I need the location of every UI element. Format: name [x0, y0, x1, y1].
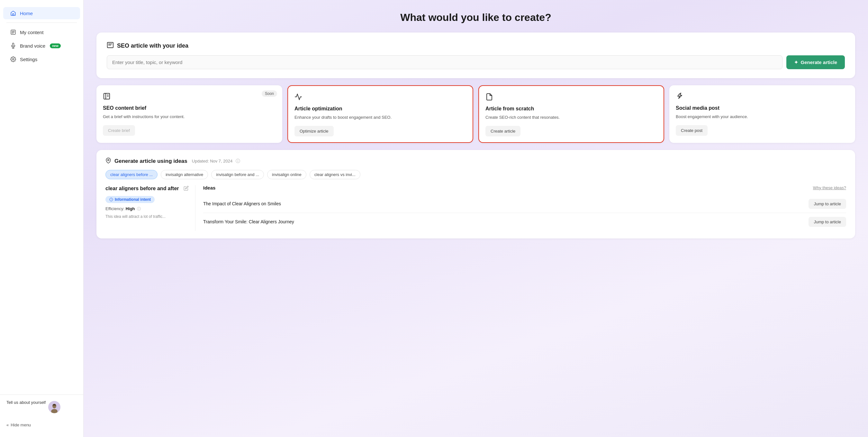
- seo-keyword-input[interactable]: [107, 55, 782, 69]
- main-content: What would you like to create? SEO artic…: [84, 0, 868, 437]
- sidebar-footer: Tell us about yourself 🤝: [0, 395, 83, 419]
- article-meta: Informational intent: [105, 196, 189, 203]
- hide-menu-label: Hide menu: [10, 423, 31, 427]
- why-ideas-link[interactable]: Why these ideas?: [813, 185, 846, 190]
- tag-1[interactable]: invisalign alternative: [161, 170, 208, 179]
- tag-2[interactable]: invisalign before and ...: [211, 170, 264, 179]
- ideas-list-col: Ideas Why these ideas? The Impact of Cle…: [195, 185, 846, 231]
- page-title: What would you like to create?: [96, 11, 855, 24]
- ideas-title: Generate article using ideas: [115, 158, 187, 165]
- svg-rect-15: [104, 93, 110, 99]
- article-desc: This idea will attract a lot of traffic.…: [105, 214, 189, 220]
- sidebar-item-brand-voice[interactable]: Brand voice new: [3, 39, 80, 52]
- feature-cards-row: Soon SEO content brief Get a brief with …: [96, 85, 855, 143]
- article-scratch-icon: [486, 93, 657, 103]
- idea-row-0: The Impact of Clear Aligners on Smiles J…: [203, 195, 846, 213]
- settings-icon: [10, 56, 17, 62]
- generate-article-button[interactable]: ✦ Generate article: [786, 55, 845, 69]
- avatar: [48, 401, 60, 413]
- sidebar-item-my-content[interactable]: My content: [3, 26, 80, 38]
- my-content-icon: [10, 29, 17, 35]
- sidebar-item-settings-label: Settings: [20, 57, 37, 62]
- efficiency-value: High: [126, 206, 135, 211]
- efficiency-row: Efficiency: High ⓘ: [105, 206, 189, 212]
- article-scratch-title: Article from scratch: [486, 106, 657, 112]
- intent-badge: Informational intent: [105, 196, 155, 203]
- ideas-section: Generate article using ideas Updated: No…: [96, 150, 855, 238]
- article-optimization-icon: [294, 93, 466, 103]
- tell-us-section[interactable]: Tell us about yourself 🤝: [6, 399, 77, 415]
- sidebar-item-home[interactable]: Home: [3, 7, 80, 19]
- feature-card-article-optimization[interactable]: Article optimization Enhance your drafts…: [287, 85, 473, 143]
- article-info: clear aligners before and after Informat…: [105, 185, 195, 231]
- tell-us-label: Tell us about yourself: [6, 400, 45, 405]
- hide-menu-btn[interactable]: « Hide menu: [0, 419, 83, 431]
- hide-menu-chevron: «: [6, 423, 9, 427]
- tag-4[interactable]: clear aligners vs invi...: [310, 170, 361, 179]
- edit-article-button[interactable]: [184, 186, 189, 192]
- hand-icon: 🤝: [6, 406, 13, 413]
- seo-card-title: SEO article with your idea: [107, 41, 845, 50]
- brand-voice-badge: new: [50, 43, 60, 48]
- social-media-desc: Boost engagement with your audience.: [676, 114, 849, 120]
- svg-point-19: [108, 159, 109, 161]
- create-article-button[interactable]: Create article: [486, 126, 521, 137]
- sidebar-divider: [6, 23, 77, 23]
- soon-badge: Soon: [262, 90, 277, 97]
- sidebar-item-brand-voice-label: Brand voice: [20, 43, 45, 49]
- idea-text-1: Transform Your Smile: Clear Aligners Jou…: [203, 219, 294, 224]
- ideas-header: Generate article using ideas Updated: No…: [105, 158, 846, 165]
- article-scratch-desc: Create SEO-rich content that resonates.: [486, 114, 657, 121]
- svg-marker-18: [678, 93, 682, 98]
- article-optimization-title: Article optimization: [294, 106, 466, 112]
- idea-text-0: The Impact of Clear Aligners on Smiles: [203, 201, 281, 206]
- tags-row: clear aligners before ... invisalign alt…: [105, 170, 846, 179]
- create-post-button[interactable]: Create post: [676, 125, 708, 136]
- jump-to-article-button-1[interactable]: Jump to article: [808, 217, 846, 227]
- svg-text:🤝: 🤝: [6, 407, 12, 413]
- sidebar-item-settings[interactable]: Settings: [3, 53, 80, 65]
- tag-0[interactable]: clear aligners before ...: [105, 170, 157, 179]
- sidebar-item-my-content-label: My content: [20, 30, 43, 35]
- social-media-icon: [676, 92, 849, 102]
- home-icon: [10, 10, 17, 16]
- article-title: clear aligners before and after: [105, 185, 179, 192]
- article-optimization-desc: Enhance your drafts to boost engagement …: [294, 114, 466, 121]
- seo-brief-desc: Get a brief with instructions for your c…: [103, 114, 276, 120]
- feature-card-seo-brief[interactable]: Soon SEO content brief Get a brief with …: [96, 85, 282, 143]
- social-media-title: Social media post: [676, 105, 849, 111]
- seo-card-icon: [107, 41, 114, 50]
- create-brief-button: Create brief: [103, 125, 135, 136]
- sidebar: Home My content Brand voice new Settings…: [0, 0, 84, 437]
- avatar-svg: [48, 401, 60, 413]
- optimize-article-button[interactable]: Optimize article: [294, 126, 334, 137]
- brand-voice-icon: [10, 43, 17, 49]
- ideas-location-icon: [105, 158, 111, 165]
- ideas-list-title: Ideas: [203, 185, 215, 191]
- idea-row-1: Transform Your Smile: Clear Aligners Jou…: [203, 213, 846, 231]
- seo-brief-title: SEO content brief: [103, 105, 276, 111]
- efficiency-info-icon: ⓘ: [137, 207, 141, 211]
- sparkle-icon: ✦: [794, 60, 798, 65]
- jump-to-article-button-0[interactable]: Jump to article: [808, 199, 846, 209]
- tag-3[interactable]: invisalign online: [267, 170, 306, 179]
- ideas-list-header: Ideas Why these ideas?: [203, 185, 846, 191]
- seo-article-card: SEO article with your idea ✦ Generate ar…: [96, 32, 855, 78]
- sidebar-item-home-label: Home: [20, 10, 33, 16]
- ideas-updated: Updated: Nov 7, 2024: [192, 158, 232, 164]
- seo-brief-icon: [103, 92, 276, 102]
- ideas-info-icon[interactable]: ⓘ: [236, 158, 240, 164]
- svg-rect-0: [12, 14, 14, 16]
- ideas-content-row: clear aligners before and after Informat…: [105, 185, 846, 231]
- feature-card-article-scratch[interactable]: Article from scratch Create SEO-rich con…: [478, 85, 664, 143]
- feature-card-social-media[interactable]: Social media post Boost engagement with …: [669, 85, 855, 143]
- svg-point-7: [12, 59, 14, 60]
- seo-input-row: ✦ Generate article: [107, 55, 845, 69]
